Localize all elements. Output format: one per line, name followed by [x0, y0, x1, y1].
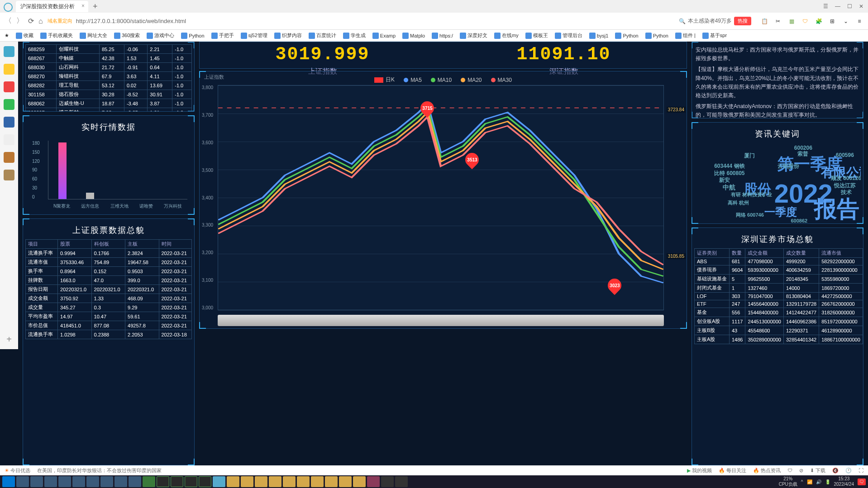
table-row[interactable]: 成交量345.270.39.292022-03-21 — [26, 303, 192, 312]
wordcloud-word[interactable]: 厦门 — [744, 152, 755, 160]
table-row[interactable]: 封闭式基金11327460140001869720000 — [695, 284, 863, 293]
bookmark-item[interactable]: 360搜索 — [114, 32, 140, 39]
sidebar-app-icon[interactable] — [4, 81, 14, 92]
bookmark-item[interactable]: Python — [615, 32, 638, 39]
legend-item[interactable]: MA10 — [431, 76, 452, 84]
taskbar-folder[interactable] — [311, 476, 324, 487]
url-input[interactable]: 域名重定向 http://127.0.0.1:8000/static/web/i… — [48, 18, 274, 24]
tray-volume-icon[interactable]: 🔊 — [816, 479, 821, 484]
taskbar-app[interactable] — [114, 476, 127, 487]
hot-search-badge[interactable]: 热搜 — [734, 17, 751, 25]
bookmark-item[interactable]: sj52管理 — [241, 32, 267, 39]
favorites-icon[interactable]: ★ — [5, 33, 9, 38]
bookmark-item[interactable]: 组件 | — [675, 32, 696, 39]
table-row[interactable]: 688270臻镭科技67.93.634.11-1.0 — [26, 72, 192, 81]
close-window-icon[interactable]: ✕ — [859, 3, 863, 9]
bar[interactable] — [58, 142, 67, 199]
wordcloud-word[interactable]: 悦达江苏 — [834, 182, 856, 190]
bookmark-item[interactable]: Python — [181, 32, 204, 39]
table-row[interactable]: ETF2471455640000013291179728266762000000 — [695, 300, 863, 308]
bookmark-item[interactable]: 网址大全 — [80, 32, 107, 39]
chart-marker[interactable]: 3513 — [465, 153, 479, 166]
wordcloud-word[interactable]: 云铝股份 — [777, 162, 799, 170]
tray-chevron-icon[interactable]: ^ — [801, 479, 803, 484]
legend-item[interactable]: MA5 — [404, 76, 422, 84]
legend-item[interactable]: 日K — [374, 76, 395, 84]
sidebar-app-icon[interactable] — [4, 170, 14, 180]
table-row[interactable]: 688030山石网科21.72-0.910.64-1.0 — [26, 63, 192, 72]
wordcloud-word[interactable]: 高科 杭州 — [728, 199, 749, 206]
wordcloud-word[interactable]: 600596 — [836, 152, 854, 158]
taskbar-app[interactable] — [44, 476, 57, 487]
table-row[interactable]: 基金5561544840000014124422477318260000000 — [695, 308, 863, 317]
chart-plot-area[interactable]: 371535133023 — [218, 85, 664, 310]
bookmark-item[interactable]: 织梦内容 — [274, 32, 302, 39]
bookmark-item[interactable]: bysj1 — [589, 32, 609, 39]
sidebar-app-icon[interactable] — [4, 152, 14, 163]
add-sidebar-icon[interactable]: + — [6, 334, 12, 345]
main-kline-chart[interactable]: 上证指数 日KMA5MA10MA20MA30 3,8003,7003,6003,… — [199, 71, 687, 329]
table-row[interactable]: 688259创耀科技85.25-0.062.21-1.0 — [26, 45, 192, 54]
taskbar-db[interactable] — [367, 476, 380, 487]
wordcloud-word[interactable]: 603444 钢铁 — [714, 162, 744, 170]
bookmark-item[interactable]: 手机收藏夹 — [40, 32, 73, 39]
chart-zoom-slider[interactable] — [218, 315, 664, 326]
bookmark-item[interactable]: 模板王 — [525, 32, 548, 39]
table-row[interactable]: 流通换手率1.02980.23882.20532022-03-18 — [26, 330, 192, 339]
tab-close-icon[interactable]: × — [81, 3, 85, 9]
grid-icon[interactable]: ⊞ — [828, 17, 836, 25]
back-button[interactable]: 〈 — [5, 16, 12, 26]
table-row[interactable]: 流通换手率0.99940.17662.38242022-03-21 — [26, 249, 192, 258]
bookmark-item[interactable]: 在线my — [494, 32, 519, 39]
home-button[interactable]: ⌂ — [38, 17, 43, 25]
bookmark-item[interactable]: 学生成 — [343, 32, 366, 39]
taskbar-clock[interactable]: 15:23 2022/4/24 — [834, 476, 854, 487]
bookmark-item[interactable]: https:/ — [432, 32, 453, 39]
taskbar-app[interactable] — [86, 476, 99, 487]
table-row[interactable]: ABS6814770980004999200582922000000 — [695, 258, 863, 265]
download-link[interactable]: ⬇ 下载 — [810, 467, 825, 474]
chevron-down-icon[interactable]: ⌄ — [842, 17, 850, 25]
table-row[interactable]: 基础设施基金599625500201483455355980000 — [695, 275, 863, 284]
bookmark-item[interactable]: Examp — [372, 32, 396, 39]
sidebar-app-icon[interactable] — [4, 99, 14, 110]
scissors-icon[interactable]: ✂ — [774, 17, 782, 25]
table-row[interactable]: 301158德石股份30.28-8.5230.91-1.0 — [26, 90, 192, 99]
no-ads-icon[interactable]: ⊘ — [799, 468, 803, 474]
sidebar-app-icon[interactable] — [4, 117, 14, 128]
taskbar-app[interactable] — [16, 476, 29, 487]
taskbar-folder[interactable] — [297, 476, 310, 487]
sidebar-app-icon[interactable] — [4, 46, 14, 57]
sidebar-app-icon[interactable] — [4, 64, 14, 75]
table-row[interactable]: 报告日期20220321.020220321.020220321.02022-0… — [26, 285, 192, 294]
new-tab-button[interactable]: + — [93, 2, 98, 11]
bookmark-item[interactable]: 游戏中心 — [147, 32, 174, 39]
news-item[interactable]: 安内瑞拉总统马杜罗：西方国家寻求与俄罗斯开战，分裂俄罗斯，并摧毁多极世界。 — [696, 46, 859, 63]
bookmark-item[interactable]: 深度好文 — [460, 32, 487, 39]
bookmark-item[interactable]: 管理后台 — [555, 32, 582, 39]
taskbar-pycharm[interactable] — [199, 476, 211, 487]
taskbar-pycharm[interactable] — [185, 476, 197, 487]
wordcloud-word[interactable]: 网络 600746 — [736, 212, 764, 218]
table-row[interactable]: 成交金额3750.921.33468.092022-03-21 — [26, 294, 192, 303]
taskbar-folder[interactable] — [227, 476, 239, 487]
wordcloud-word[interactable]: 索普 — [797, 150, 808, 158]
wordcloud-word[interactable]: 一季度 — [764, 205, 797, 219]
taskbar-app[interactable] — [213, 476, 225, 487]
table-row[interactable]: 债券现券960459393000000400634259228139000000… — [695, 265, 863, 275]
table-row[interactable]: 主板A股148635028900000032854401342188671000… — [695, 335, 863, 344]
minimize-icon[interactable]: — — [835, 3, 840, 9]
table-row[interactable]: LOF30379104700081308040444272500000 — [695, 293, 863, 300]
menu-icon[interactable]: ☰ — [823, 3, 828, 9]
bookmark-item[interactable]: Python — [645, 32, 668, 39]
tray-wifi-icon[interactable]: 📶 — [807, 479, 812, 484]
tray-notification-icon[interactable]: 🗨 — [858, 479, 866, 485]
table-row[interactable]: 688282理工导航53.120.0213.69-1.0 — [26, 81, 192, 90]
table-row[interactable]: 688267中触媒42.381.531.45-1.0 — [26, 54, 192, 63]
mute-icon[interactable]: 🔇 — [832, 468, 839, 474]
wordcloud-word[interactable]: 中航 — [723, 184, 735, 192]
puzzle-icon[interactable]: 🧩 — [815, 17, 823, 25]
my-video-link[interactable]: ▶我的视频 — [687, 467, 712, 474]
tray-battery-icon[interactable]: 🔋 — [825, 479, 830, 484]
cpu-monitor[interactable]: 21% CPU负载 — [779, 476, 797, 487]
